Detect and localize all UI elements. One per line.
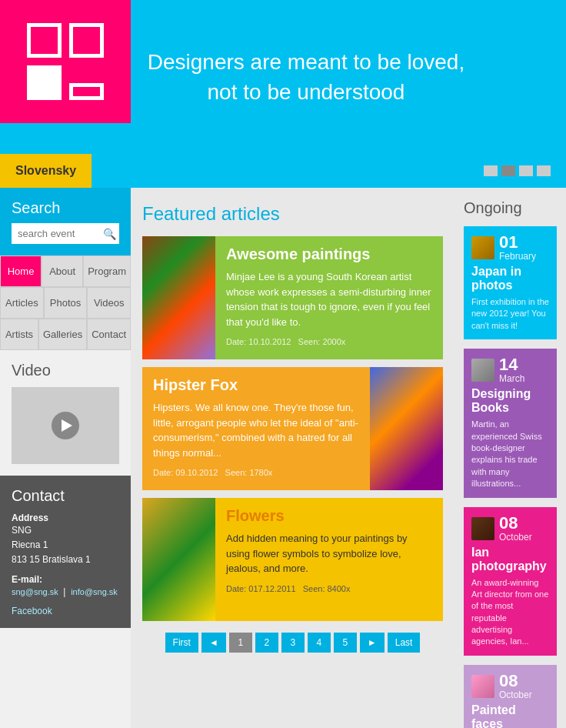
language-button[interactable]: Slovensky [0, 154, 92, 188]
nav-bar: Slovensky [0, 154, 566, 188]
nav-dot-4[interactable] [537, 165, 551, 176]
email-label: E-mail: [12, 574, 119, 585]
ongoing-card-desc-3: An award-winning Art director from one o… [471, 577, 549, 648]
ongoing-card-desc-1: First exhibition in the new 2012 year! Y… [471, 296, 549, 332]
ongoing-avatar-1 [471, 236, 494, 259]
email-text: sng@sng.sk | info@sng.sk [12, 585, 119, 599]
content-area: Featured articles Awesome paintings Minj… [131, 188, 454, 728]
article-title-3: Flowers [226, 507, 432, 525]
email-link-1[interactable]: sng@sng.sk [12, 587, 58, 596]
facebook-link[interactable]: Facebook [12, 606, 119, 616]
article-title-1: Awesome paintings [226, 245, 432, 263]
ongoing-card-title-1: Japan in photos [471, 265, 549, 292]
ongoing-avatar-3 [471, 517, 494, 540]
pagination: First ◄ 1 2 3 4 5 ► Last [142, 633, 443, 653]
article-meta-3: Date: 017.12.2011 Seen: 8400x [226, 584, 432, 593]
logo-cell-bl [27, 65, 62, 100]
page-3[interactable]: 3 [281, 633, 305, 653]
video-player[interactable] [12, 387, 119, 464]
nav-item-galleries[interactable]: Galleries [38, 319, 87, 350]
ongoing-card-3[interactable]: 08 October Ian photography An award-winn… [464, 507, 557, 656]
article-body-2: Hipster Fox Hipsters. We all know one. T… [142, 367, 370, 490]
featured-title: Featured articles [142, 203, 443, 225]
nav-item-photos[interactable]: Photos [44, 287, 88, 319]
article-body-1: Awesome paintings Minjae Lee is a young … [215, 236, 443, 359]
nav-item-program[interactable]: Program [83, 255, 131, 287]
ongoing-title: Ongoing [464, 199, 557, 217]
page-2[interactable]: 2 [255, 633, 278, 653]
sidebar: Search 🔍 Home About Program Articles Pho… [0, 188, 131, 728]
nav-item-contact[interactable]: Contact [87, 319, 131, 350]
article-card-1[interactable]: Awesome paintings Minjae Lee is a young … [142, 236, 443, 359]
search-label: Search [12, 199, 119, 217]
main-layout: Search 🔍 Home About Program Articles Pho… [0, 188, 566, 728]
page-last[interactable]: Last [388, 633, 421, 653]
nav-item-artists[interactable]: Artists [0, 319, 38, 350]
logo-cell-tr [69, 23, 104, 58]
logo-cell-tl [27, 23, 62, 58]
ongoing-avatar-2 [471, 359, 494, 382]
ongoing-date-info-4: 08 October [499, 673, 532, 700]
article-meta-2: Date: 09.10.2012 Seen: 1780x [153, 468, 359, 477]
ongoing-card-2[interactable]: 14 March Designing Books Martin, an expe… [464, 349, 557, 497]
ongoing-card-4[interactable]: 08 October Painted faces If you're after… [464, 665, 557, 728]
ongoing-card-title-4: Painted faces [471, 703, 549, 728]
nav-dot-1[interactable] [484, 165, 498, 176]
ongoing-card-title-2: Designing Books [471, 387, 549, 415]
address-text: SNGRiecna 1813 15 Bratislava 1 [12, 523, 119, 568]
ongoing-date-info-2: 14 March [499, 356, 524, 384]
ongoing-date-row-4: 08 October [471, 673, 549, 700]
search-section: Search 🔍 [0, 188, 131, 255]
nav-dot-2[interactable] [501, 165, 515, 176]
article-desc-1: Minjae Lee is a young South Korean artis… [226, 269, 432, 329]
ongoing-avatar-4 [471, 675, 494, 698]
page-first[interactable]: First [165, 633, 198, 653]
article-desc-2: Hipsters. We all know one. They're those… [153, 400, 359, 460]
article-card-3[interactable]: Flowers Add hidden meaning to your paint… [142, 498, 443, 621]
nav-dots [484, 165, 551, 176]
nav-row-1: Home About Program [0, 255, 131, 287]
page-prev[interactable]: ◄ [201, 633, 226, 653]
article-title-2: Hipster Fox [153, 376, 359, 394]
search-button[interactable]: 🔍 [103, 228, 116, 240]
ongoing-sidebar: Ongoing 01 February Japan in photos Firs… [454, 188, 566, 728]
article-card-2[interactable]: Hipster Fox Hipsters. We all know one. T… [142, 367, 443, 490]
ongoing-card-1[interactable]: 01 February Japan in photos First exhibi… [464, 226, 557, 339]
logo[interactable] [0, 0, 131, 123]
ongoing-card-title-3: Ian photography [471, 546, 549, 573]
contact-title: Contact [12, 487, 119, 505]
nav-menu: Home About Program Articles Photos Video… [0, 255, 131, 350]
search-input-wrap: 🔍 [12, 223, 119, 244]
page-1[interactable]: 1 [229, 633, 252, 653]
ongoing-date-row-3: 08 October [471, 515, 549, 543]
email-link-2[interactable]: info@sng.sk [71, 587, 118, 596]
article-img-3 [142, 498, 215, 621]
article-desc-3: Add hidden meaning to your paintings by … [226, 531, 432, 576]
header-tagline: Designers are meant to be loved, not to … [148, 47, 464, 107]
nav-row-2: Articles Photos Videos [0, 287, 131, 319]
play-button[interactable] [52, 412, 79, 439]
article-body-3: Flowers Add hidden meaning to your paint… [215, 498, 443, 621]
nav-item-videos[interactable]: Videos [87, 287, 131, 319]
nav-row-3: Artists Galleries Contact [0, 319, 131, 350]
article-img-2 [370, 367, 443, 490]
nav-item-about[interactable]: About [42, 255, 83, 287]
nav-item-articles[interactable]: Articles [0, 287, 44, 319]
video-label: Video [12, 362, 119, 379]
ongoing-card-desc-2: Martin, an experienced Swiss book-design… [471, 419, 549, 489]
ongoing-date-info-3: 08 October [499, 515, 532, 543]
page-4[interactable]: 4 [308, 633, 331, 653]
video-section: Video [0, 350, 131, 476]
ongoing-date-row-1: 01 February [471, 234, 549, 262]
nav-item-home[interactable]: Home [0, 255, 42, 287]
page-next[interactable]: ► [360, 633, 385, 653]
address-label: Address [12, 513, 119, 523]
article-meta-1: Date: 10.10.2012 Seen: 2000x [226, 337, 432, 346]
contact-section: Contact Address SNGRiecna 1813 15 Bratis… [0, 476, 131, 628]
logo-cell-br [69, 83, 104, 100]
nav-dot-3[interactable] [519, 165, 533, 176]
ongoing-date-info-1: 01 February [499, 234, 536, 262]
play-icon [62, 419, 72, 432]
article-img-1 [142, 236, 215, 359]
page-5[interactable]: 5 [334, 633, 357, 653]
